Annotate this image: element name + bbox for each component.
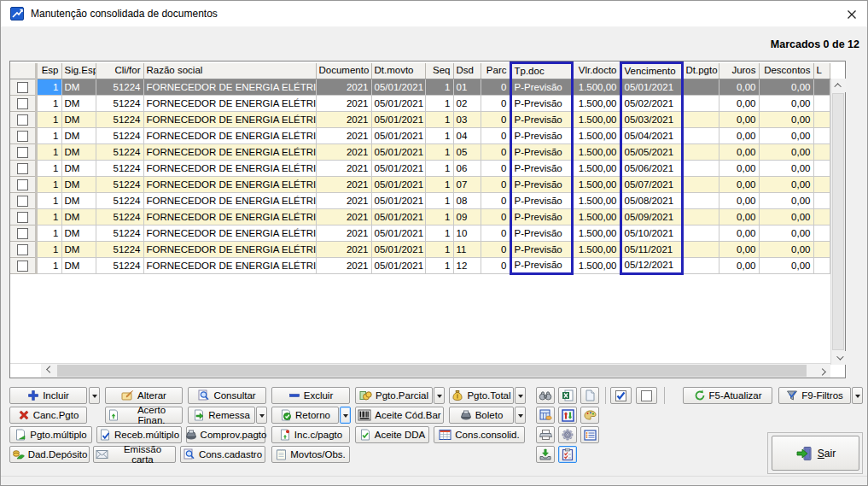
cell-vlr[interactable]: 1.500,00	[572, 128, 620, 144]
cell-dtmovto[interactable]: 05/01/2021	[371, 225, 425, 242]
column-header-documento[interactable]: Documento	[316, 63, 371, 79]
cell-clifor[interactable]: 51224	[96, 258, 143, 274]
table-row[interactable]: 1DM51224FORNECEDOR DE ENERGIA ELÉTRICA20…	[10, 79, 830, 96]
cell-documento[interactable]: 2021	[316, 96, 371, 112]
cell-dsd[interactable]: 05	[453, 144, 481, 161]
cell-documento[interactable]: 2021	[316, 161, 371, 177]
cell-parc[interactable]: 0	[481, 79, 510, 96]
cell-desc[interactable]: 0,00	[759, 209, 813, 225]
cell-sig[interactable]: DM	[61, 79, 96, 96]
printer-button[interactable]	[536, 426, 555, 443]
cell-vlr[interactable]: 1.500,00	[572, 79, 620, 96]
cell-juros[interactable]: 0,00	[719, 177, 759, 193]
cell-parc[interactable]: 0	[481, 112, 510, 128]
cell-dtpgto[interactable]	[682, 242, 719, 258]
cell-clifor[interactable]: 51224	[96, 161, 143, 177]
remessa-dropdown[interactable]	[256, 407, 267, 424]
column-header-desc[interactable]: Descontos	[759, 63, 813, 79]
cell-dsd[interactable]: 04	[453, 128, 481, 144]
pgto-total-button[interactable]: Pgto.Total	[449, 387, 514, 404]
sort-arrows-button[interactable]	[558, 407, 577, 424]
cell-juros[interactable]: 0,00	[719, 193, 759, 209]
cell-tpdoc[interactable]: P-Previsão	[510, 193, 572, 209]
cell-clifor[interactable]: 51224	[96, 79, 143, 96]
cell-juros[interactable]: 0,00	[719, 128, 759, 144]
cell-tpdoc[interactable]: P-Previsão	[510, 96, 572, 112]
pgto-parcial-button[interactable]: Pgto.Parcial	[355, 387, 433, 404]
cell-razao[interactable]: FORNECEDOR DE ENERGIA ELÉTRICA	[143, 209, 316, 225]
cell-documento[interactable]: 2021	[316, 242, 371, 258]
retorno-button[interactable]: Retorno	[271, 407, 339, 424]
table-row[interactable]: 1DM51224FORNECEDOR DE ENERGIA ELÉTRICA20…	[10, 128, 830, 144]
column-header-clifor[interactable]: Cli/for	[96, 63, 143, 79]
cell-dtmovto[interactable]: 05/01/2021	[371, 242, 425, 258]
cell-clifor[interactable]: 51224	[96, 128, 143, 144]
cell-dtmovto[interactable]: 05/01/2021	[371, 79, 425, 96]
cell-seq[interactable]: 1	[425, 209, 453, 225]
cell-seq[interactable]: 1	[425, 161, 453, 177]
cell-parc[interactable]: 0	[481, 242, 510, 258]
cell-desc[interactable]: 0,00	[759, 144, 813, 161]
table-row[interactable]: 1DM51224FORNECEDOR DE ENERGIA ELÉTRICA20…	[10, 96, 830, 112]
cell-clifor[interactable]: 51224	[96, 225, 143, 242]
cell-dsd[interactable]: 06	[453, 161, 481, 177]
cell-desc[interactable]: 0,00	[759, 242, 813, 258]
cell-tpdoc[interactable]: P-Previsão	[510, 161, 572, 177]
blank-doc-button[interactable]	[580, 387, 599, 404]
row-checkbox[interactable]	[17, 147, 28, 158]
cell-dtmovto[interactable]: 05/01/2021	[371, 193, 425, 209]
table-row[interactable]: 1DM51224FORNECEDOR DE ENERGIA ELÉTRICA20…	[10, 242, 830, 258]
cell-vlr[interactable]: 1.500,00	[572, 96, 620, 112]
cell-parc[interactable]: 0	[481, 128, 510, 144]
aceite-codbar-button[interactable]: Aceite Cód.Bar	[355, 407, 444, 424]
cell-l[interactable]	[813, 242, 830, 258]
cell-desc[interactable]: 0,00	[759, 177, 813, 193]
cell-dsd[interactable]: 07	[453, 177, 481, 193]
cell-venc[interactable]: 05/06/2021	[620, 161, 682, 177]
pgto-parcial-dropdown[interactable]	[434, 387, 445, 404]
cell-dtmovto[interactable]: 05/01/2021	[371, 161, 425, 177]
export-excel-button[interactable]	[558, 387, 577, 404]
cell-esp[interactable]: 1	[36, 242, 61, 258]
clipboard-check-button[interactable]	[558, 446, 577, 463]
cell-dsd[interactable]: 08	[453, 193, 481, 209]
cell-juros[interactable]: 0,00	[719, 112, 759, 128]
cell-seq[interactable]: 1	[425, 242, 453, 258]
cell-desc[interactable]: 0,00	[759, 128, 813, 144]
cell-vlr[interactable]: 1.500,00	[572, 225, 620, 242]
cell-razao[interactable]: FORNECEDOR DE ENERGIA ELÉTRICA	[143, 112, 316, 128]
mark-all-button[interactable]	[610, 387, 632, 404]
f9-filtros-button[interactable]: F9-Filtros	[778, 387, 851, 404]
cell-l[interactable]	[813, 128, 830, 144]
cell-dtpgto[interactable]	[682, 112, 719, 128]
boleto-dropdown[interactable]	[515, 407, 526, 424]
table-row[interactable]: 1DM51224FORNECEDOR DE ENERGIA ELÉTRICA20…	[10, 209, 830, 225]
cell-seq[interactable]: 1	[425, 193, 453, 209]
cell-dsd[interactable]: 10	[453, 225, 481, 242]
cell-dtpgto[interactable]	[682, 96, 719, 112]
cell-clifor[interactable]: 51224	[96, 177, 143, 193]
cell-esp[interactable]: 1	[36, 209, 61, 225]
cell-vlr[interactable]: 1.500,00	[572, 144, 620, 161]
column-header-dtpgto[interactable]: Dt.pgto	[682, 63, 719, 79]
cell-venc[interactable]: 05/02/2021	[620, 96, 682, 112]
cell-dtmovto[interactable]: 05/01/2021	[371, 128, 425, 144]
column-header-vlr[interactable]: Vlr.docto	[572, 63, 620, 79]
inc-cpagto-button[interactable]: Inc.c/pagto	[271, 426, 350, 443]
calc-hand-button[interactable]	[536, 407, 555, 424]
cell-desc[interactable]: 0,00	[759, 193, 813, 209]
cell-tpdoc[interactable]: P-Previsão	[510, 258, 572, 274]
cell-l[interactable]	[813, 112, 830, 128]
cell-vlr[interactable]: 1.500,00	[572, 177, 620, 193]
cell-dtmovto[interactable]: 05/01/2021	[371, 209, 425, 225]
cell-dsd[interactable]: 02	[453, 96, 481, 112]
cell-razao[interactable]: FORNECEDOR DE ENERGIA ELÉTRICA	[143, 79, 316, 96]
cell-parc[interactable]: 0	[481, 144, 510, 161]
cell-vlr[interactable]: 1.500,00	[572, 112, 620, 128]
cell-razao[interactable]: FORNECEDOR DE ENERGIA ELÉTRICA	[143, 193, 316, 209]
cell-sig[interactable]: DM	[61, 225, 96, 242]
row-checkbox[interactable]	[17, 114, 28, 126]
cell-tpdoc[interactable]: P-Previsão	[510, 128, 572, 144]
cell-venc[interactable]: 05/09/2021	[620, 209, 682, 225]
cell-razao[interactable]: FORNECEDOR DE ENERGIA ELÉTRICA	[143, 258, 316, 274]
